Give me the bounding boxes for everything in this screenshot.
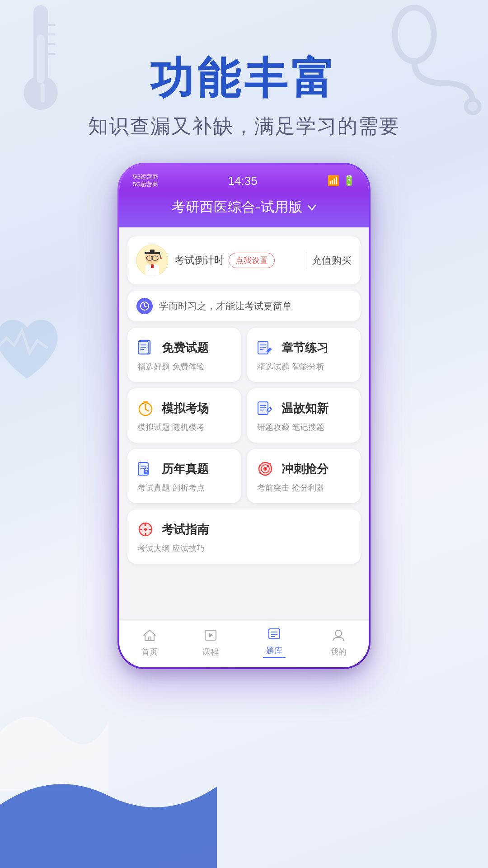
countdown-set-button[interactable]: 点我设置 bbox=[229, 253, 275, 268]
feature-card-chapter-practice[interactable]: 章节练习 精选试题 智能分析 bbox=[247, 328, 361, 382]
review-desc: 错题收藏 笔记搜题 bbox=[255, 422, 352, 433]
feature-card-top: 免费试题 bbox=[136, 338, 233, 358]
svg-point-71 bbox=[335, 630, 342, 637]
nav-label-library: 题库 bbox=[266, 645, 282, 656]
feature-card-exam-guide[interactable]: N 考试指南 考试大纲 应试技巧 bbox=[127, 509, 361, 564]
svg-point-17 bbox=[160, 257, 162, 259]
feature-card-top: 章节练习 bbox=[255, 338, 352, 358]
nav-label-course: 课程 bbox=[202, 646, 219, 657]
clock-icon bbox=[136, 298, 153, 314]
free-questions-title: 免费试题 bbox=[162, 340, 209, 356]
feature-card-past-exams[interactable]: 历年真题 考试真题 剖析考点 bbox=[127, 449, 241, 503]
review-title: 温故知新 bbox=[282, 401, 328, 416]
status-time: 14:35 bbox=[228, 174, 258, 188]
svg-point-8 bbox=[395, 8, 434, 61]
notice-text: 学而时习之，才能让考试更简单 bbox=[159, 300, 292, 312]
feature-card-top: 冲刺抢分 bbox=[255, 459, 352, 479]
nav-item-course[interactable]: 课程 bbox=[193, 627, 228, 659]
mine-icon bbox=[332, 629, 345, 645]
avatar-area: 考试倒计时 点我设置 bbox=[136, 245, 275, 276]
content-area: 考试倒计时 点我设置 充值购买 bbox=[119, 227, 369, 621]
feature-card-sprint[interactable]: 冲刺抢分 考前突击 抢分利器 bbox=[247, 449, 361, 503]
carrier-info: 5G运营商 5G运营商 bbox=[133, 173, 158, 189]
nav-item-mine[interactable]: 我的 bbox=[321, 627, 356, 659]
feature-card-review[interactable]: 温故知新 错题收藏 笔记搜题 bbox=[247, 388, 361, 443]
mock-exam-title: 模拟考场 bbox=[162, 401, 209, 416]
course-icon bbox=[204, 629, 217, 645]
svg-point-52 bbox=[145, 471, 147, 472]
hero-subtitle: 知识查漏又补缺，满足学习的需要 bbox=[0, 113, 488, 140]
home-icon bbox=[143, 629, 156, 645]
app-title: 考研西医综合-试用版 bbox=[172, 198, 303, 217]
compass-red-icon: N bbox=[136, 519, 155, 539]
feature-card-top: 历年真题 bbox=[136, 459, 233, 479]
feature-card-top: 模拟考场 bbox=[136, 398, 233, 418]
status-bar: 5G运营商 5G运营商 14:35 📶 🔋 bbox=[119, 165, 369, 190]
notice-bar: 学而时习之，才能让考试更简单 bbox=[127, 291, 361, 321]
status-icons: 📶 🔋 bbox=[327, 175, 355, 187]
avatar bbox=[136, 245, 168, 276]
target-red-icon bbox=[255, 459, 275, 479]
carrier2: 5G运营商 bbox=[133, 181, 158, 189]
app-header[interactable]: 考研西医综合-试用版 bbox=[119, 190, 369, 227]
clock-orange-icon bbox=[136, 398, 155, 418]
bg-blue-bottom bbox=[0, 769, 217, 868]
sprint-title: 冲刺抢分 bbox=[282, 461, 328, 477]
svg-rect-29 bbox=[138, 341, 148, 354]
svg-rect-33 bbox=[258, 341, 268, 354]
svg-rect-15 bbox=[150, 250, 155, 253]
nav-item-library[interactable]: 题库 bbox=[254, 626, 295, 660]
svg-point-55 bbox=[263, 467, 267, 471]
nav-active-indicator bbox=[263, 657, 286, 658]
countdown-section: 考试倒计时 点我设置 bbox=[174, 253, 275, 268]
feature-card-mock-exam[interactable]: 模拟考场 模拟试题 随机模考 bbox=[127, 388, 241, 443]
info-card: 考试倒计时 点我设置 充值购买 bbox=[127, 236, 361, 284]
svg-rect-21 bbox=[151, 264, 154, 268]
feature-grid-top: 免费试题 精选好题 免费体验 bbox=[127, 328, 361, 443]
hero-section: 功能丰富 知识查漏又补缺，满足学习的需要 bbox=[0, 54, 488, 140]
recharge-button[interactable]: 充值购买 bbox=[312, 254, 352, 267]
svg-line-47 bbox=[270, 407, 272, 409]
bottom-nav: 首页 课程 bbox=[119, 621, 369, 667]
phone-mockup: 5G运营商 5G运营商 14:35 📶 🔋 考研西医综合-试用版 bbox=[117, 163, 371, 669]
battery-icon: 🔋 bbox=[343, 175, 355, 187]
bg-wave-left bbox=[0, 692, 108, 791]
nav-label-mine: 我的 bbox=[330, 646, 347, 657]
dropdown-arrow-icon[interactable] bbox=[307, 202, 316, 213]
document-pencil-blue-icon bbox=[255, 398, 275, 418]
nav-item-home[interactable]: 首页 bbox=[132, 627, 167, 659]
nav-label-home: 首页 bbox=[141, 646, 158, 657]
free-questions-desc: 精选好题 免费体验 bbox=[136, 361, 233, 372]
recharge-area: 充值购买 bbox=[306, 252, 352, 269]
svg-rect-43 bbox=[258, 402, 268, 415]
wifi-icon: 📶 bbox=[327, 175, 339, 187]
phone-inner: 5G运营商 5G运营商 14:35 📶 🔋 考研西医综合-试用版 bbox=[119, 165, 369, 667]
svg-marker-66 bbox=[209, 633, 213, 637]
phone-shell: 5G运营商 5G运营商 14:35 📶 🔋 考研西医综合-试用版 bbox=[117, 163, 371, 669]
carrier1: 5G运营商 bbox=[133, 173, 158, 181]
exam-guide-desc: 考试大纲 应试技巧 bbox=[136, 543, 352, 554]
feature-card-top: 温故知新 bbox=[255, 398, 352, 418]
document-blue-icon bbox=[136, 338, 155, 358]
feature-card-top: N 考试指南 bbox=[136, 519, 352, 539]
svg-text:N: N bbox=[144, 523, 146, 527]
feature-card-free-questions[interactable]: 免费试题 精选好题 免费体验 bbox=[127, 328, 241, 382]
svg-line-24 bbox=[145, 306, 146, 307]
library-icon bbox=[267, 627, 281, 643]
sprint-desc: 考前突击 抢分利器 bbox=[255, 482, 352, 493]
chapter-practice-desc: 精选试题 智能分析 bbox=[255, 361, 352, 372]
svg-point-58 bbox=[144, 528, 147, 531]
chapter-practice-title: 章节练习 bbox=[282, 340, 328, 356]
document-edit-blue-icon bbox=[255, 338, 275, 358]
hero-title: 功能丰富 bbox=[0, 54, 488, 102]
mock-exam-desc: 模拟试题 随机模考 bbox=[136, 422, 233, 433]
document-lock-blue-icon bbox=[136, 459, 155, 479]
countdown-label: 考试倒计时 bbox=[174, 254, 224, 267]
past-exams-title: 历年真题 bbox=[162, 461, 209, 477]
past-exams-desc: 考试真题 剖析考点 bbox=[136, 482, 233, 493]
divider bbox=[306, 252, 307, 269]
feature-grid-bottom: 历年真题 考试真题 剖析考点 bbox=[127, 449, 361, 503]
bg-heart bbox=[0, 307, 68, 389]
exam-guide-title: 考试指南 bbox=[162, 522, 209, 538]
